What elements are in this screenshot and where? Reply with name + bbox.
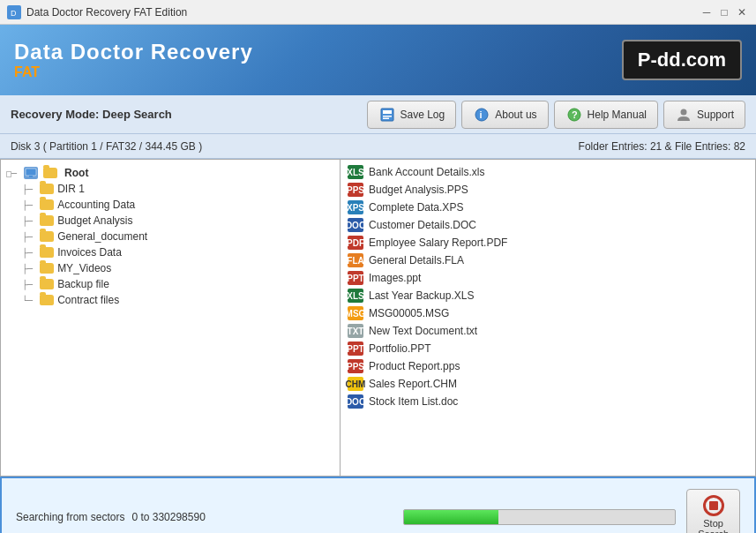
help-manual-label: Help Manual [588,109,647,121]
tree-item[interactable]: ├─ DIR 1 [6,181,334,197]
search-row: Searching from sectors 0 to 330298590 St… [16,489,740,533]
progress-bar-container [403,509,676,525]
file-item[interactable]: PPT Portfolio.PPT [344,340,752,357]
main-content: □─ Root ├─ DIR 1 ├─ Accounting Data ├─ B… [0,159,756,477]
close-button[interactable]: ✕ [735,5,749,19]
tree-item-label: Invoices Data [57,246,122,259]
file-item[interactable]: PPS Budget Analysis.PPS [344,181,752,199]
file-item[interactable]: DOC Customer Details.DOC [344,216,752,234]
search-label: Searching from sectors [16,511,124,523]
support-label: Support [697,109,734,121]
save-log-button[interactable]: Save Log [367,101,457,129]
tree-item[interactable]: ├─ MY_Videos [6,260,334,276]
tree-item[interactable]: ├─ Backup file [6,276,334,292]
app-icon: D [7,5,21,19]
file-icon: DOC [348,394,363,409]
file-name: Images.ppt [369,272,421,284]
sector-range: 0 to 330298590 [131,511,402,523]
file-name: Sales Report.CHM [369,378,457,390]
tree-line: ├─ [6,280,38,289]
file-item[interactable]: XLS Last Year Backup.XLS [344,287,752,304]
tree-root-item[interactable]: □─ Root [6,165,334,181]
folder-icon [40,231,54,242]
about-us-button[interactable]: i About us [461,101,548,129]
about-us-icon: i [473,106,490,124]
file-icon: XLS [348,165,363,179]
file-item[interactable]: PPT Images.ppt [344,269,752,287]
folder-icon [40,199,54,210]
tree-item-label: Contract files [57,294,119,306]
tree-item-label: Accounting Data [57,199,135,211]
tree-line: □─ [6,169,22,178]
file-item[interactable]: CHM Sales Report.CHM [344,375,752,393]
file-icon: CHM [348,377,363,391]
app-header: Data Doctor Recovery FAT P-dd.com [0,25,756,95]
support-icon [675,106,692,124]
support-button[interactable]: Support [663,101,745,129]
file-icon: PPT [348,271,363,285]
file-item[interactable]: PPS Product Report.pps [344,357,752,375]
file-item[interactable]: MSG MSG00005.MSG [344,304,752,322]
files-list: XLS Bank Account Details.xls PPS Budget … [344,163,752,410]
file-item[interactable]: XLS Bank Account Details.xls [344,163,752,181]
svg-text:i: i [480,109,483,120]
window-controls: ─ □ ✕ [700,5,749,19]
svg-point-10 [680,109,686,115]
file-icon: MSG [348,306,363,320]
file-item[interactable]: FLA General Details.FLA [344,251,752,269]
file-icon: DOC [348,218,363,232]
file-icon: PDF [348,236,363,250]
stop-icon [703,495,724,516]
app-title: Data Doctor Recovery FAT [14,40,253,80]
file-item[interactable]: TXT New Text Document.txt [344,322,752,340]
svg-text:?: ? [572,109,578,120]
file-item[interactable]: XPS Complete Data.XPS [344,199,752,216]
tree-line: ├─ [6,216,38,226]
folder-icon [40,247,54,258]
tree-item-label: DIR 1 [57,183,85,195]
root-folder-icon [43,168,57,178]
recovery-mode-display: Recovery Mode: Deep Search [11,108,362,121]
file-name: Budget Analysis.PPS [369,184,468,196]
maximize-button[interactable]: □ [717,5,731,19]
stop-search-button[interactable]: StopSearch [686,489,740,533]
recovery-mode-label: Recovery Mode: [11,108,99,121]
tree-line: ├─ [6,248,38,258]
file-name: Stock Item List.doc [369,395,458,408]
svg-rect-5 [383,117,389,119]
file-item[interactable]: DOC Stock Item List.doc [344,393,752,410]
tree-panel[interactable]: □─ Root ├─ DIR 1 ├─ Accounting Data ├─ B… [1,160,341,476]
tree-item[interactable]: └─ Contract files [6,292,334,308]
file-name: New Text Document.txt [369,325,477,337]
file-name: Bank Account Details.xls [369,166,484,178]
help-manual-button[interactable]: ? Help Manual [554,101,658,129]
status-bar: Disk 3 ( Partition 1 / FAT32 / 344.45 GB… [0,134,756,159]
window-title: Data Doctor Recovery FAT Edition [26,6,700,19]
tree-item-label: MY_Videos [57,262,111,274]
file-icon: PPT [348,342,363,356]
file-name: General Details.FLA [369,254,464,266]
app-name: Data Doctor Recovery [14,40,253,64]
file-name: Product Report.pps [369,360,460,372]
tree-item[interactable]: ├─ Accounting Data [6,197,334,213]
tree-item[interactable]: ├─ General_document [6,229,334,244]
file-name: Portfolio.PPT [369,342,431,355]
tree-item[interactable]: ├─ Budget Analysis [6,213,334,229]
minimize-button[interactable]: ─ [700,5,714,19]
svg-text:D: D [11,9,17,18]
file-icon: XPS [348,200,363,214]
tree-item-label: Budget Analysis [57,214,132,227]
file-icon: PPS [348,183,363,197]
svg-rect-11 [26,169,36,176]
file-item[interactable]: PDF Employee Salary Report.PDF [344,234,752,251]
tree-item-label: General_document [57,230,147,243]
help-manual-icon: ? [565,106,583,124]
app-edition: FAT [14,64,253,80]
tree-item[interactable]: ├─ Invoices Data [6,244,334,260]
files-panel[interactable]: XLS Bank Account Details.xls PPS Budget … [341,160,755,476]
save-log-icon [378,106,396,124]
title-bar: D Data Doctor Recovery FAT Edition ─ □ ✕ [0,0,756,25]
tree-line: ├─ [6,232,38,242]
file-icon: XLS [348,289,363,303]
progress-bar [404,510,499,524]
